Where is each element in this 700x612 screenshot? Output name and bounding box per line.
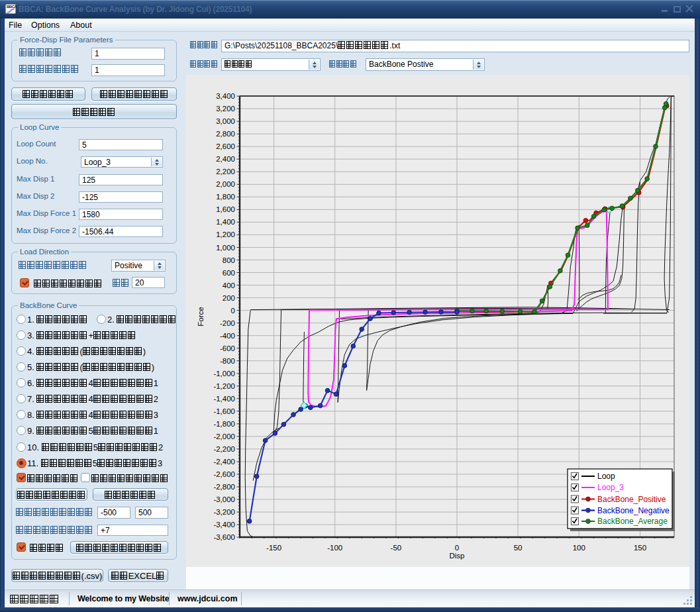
svg-text:-2,800: -2,800	[213, 483, 235, 491]
svg-text:-2,200: -2,200	[213, 445, 235, 453]
svg-text:1,200: 1,200	[216, 230, 235, 238]
svg-text:50: 50	[514, 544, 523, 552]
svg-text:3,400: 3,400	[216, 92, 235, 100]
svg-text:1,400: 1,400	[216, 218, 235, 226]
svg-text:-1,200: -1,200	[213, 382, 235, 390]
svg-text:-3,000: -3,000	[213, 495, 235, 503]
svg-text:BackBone_Negative: BackBone_Negative	[597, 506, 670, 515]
svg-text:-800: -800	[220, 357, 235, 365]
svg-text:BackBone_Positive: BackBone_Positive	[597, 495, 666, 504]
svg-text:-150: -150	[266, 544, 281, 552]
svg-text:-100: -100	[327, 544, 342, 552]
svg-text:150: 150	[634, 544, 646, 552]
svg-text:-1,800: -1,800	[213, 420, 235, 428]
svg-text:-2,400: -2,400	[213, 458, 235, 466]
svg-text:-3,600: -3,600	[213, 533, 235, 541]
svg-text:1,600: 1,600	[216, 205, 235, 213]
svg-text:-1,600: -1,600	[213, 407, 235, 415]
svg-text:Disp: Disp	[449, 552, 464, 560]
svg-text:3,000: 3,000	[216, 117, 235, 125]
svg-text:Force: Force	[197, 307, 205, 326]
svg-text:2,400: 2,400	[216, 155, 235, 163]
svg-text:Loop: Loop	[597, 472, 615, 481]
svg-text:-3,200: -3,200	[213, 508, 235, 516]
svg-text:-50: -50	[391, 544, 402, 552]
svg-text:-2,600: -2,600	[213, 470, 235, 478]
svg-text:-200: -200	[220, 319, 235, 327]
svg-text:2,000: 2,000	[216, 180, 235, 188]
svg-text:Loop_3: Loop_3	[597, 483, 624, 492]
svg-text:100: 100	[573, 544, 585, 552]
svg-text:1,000: 1,000	[216, 244, 235, 252]
svg-text:-600: -600	[220, 344, 235, 352]
svg-text:-1,400: -1,400	[213, 395, 235, 403]
svg-text:200: 200	[223, 294, 235, 302]
svg-text:-1,000: -1,000	[213, 370, 235, 378]
svg-text:BackBone_Average: BackBone_Average	[597, 517, 668, 526]
svg-text:0: 0	[455, 544, 459, 552]
svg-text:1,800: 1,800	[216, 193, 235, 201]
svg-text:3,200: 3,200	[216, 105, 235, 113]
svg-text:800: 800	[223, 256, 235, 264]
svg-text:600: 600	[223, 269, 235, 277]
svg-text:2,600: 2,600	[216, 142, 235, 150]
svg-text:-2,000: -2,000	[213, 433, 235, 440]
svg-text:400: 400	[223, 281, 235, 289]
svg-text:2,800: 2,800	[216, 130, 235, 138]
svg-text:2,200: 2,200	[216, 168, 235, 176]
svg-text:-3,400: -3,400	[213, 521, 235, 529]
svg-text:0: 0	[231, 307, 235, 315]
svg-text:-400: -400	[220, 332, 235, 340]
